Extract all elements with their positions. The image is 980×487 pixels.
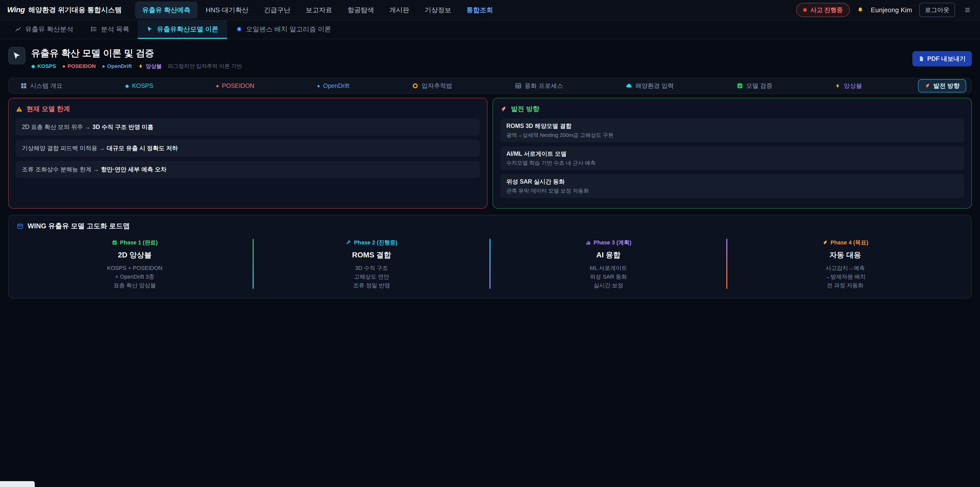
section-tab-label: 해양환경 입력	[635, 82, 674, 90]
current-model-limits-card: 현재 모델 한계 2D 표층 확산 모의 위주 →3D 수직 구조 반영 미흡 …	[8, 98, 487, 209]
menu-button[interactable]	[962, 5, 973, 15]
future-row: 위성 SAR 실시간 동화 관측 유막 데이터 모델 보정 자동화	[500, 174, 964, 198]
limit-text-bold: 3D 수직 구조 반영 미흡	[92, 124, 153, 130]
section-tab-future-direction[interactable]: 발전 방향	[918, 79, 966, 93]
check-square-icon	[112, 240, 118, 246]
future-row-desc: 수치모델 학습 기반 수초 내 근사 예측	[506, 160, 958, 166]
future-card-header: 발전 방향	[500, 104, 964, 113]
section-tab-particle-tracking[interactable]: 입자추적법	[405, 79, 459, 93]
phase-title: 자동 대응	[727, 250, 963, 260]
section-tab-label: OpenDrift	[323, 82, 349, 89]
particle-ring-icon	[412, 83, 418, 89]
section-tab-kosps[interactable]: ◆ KOSPS	[118, 80, 160, 92]
diamond-icon: ◆	[125, 83, 129, 88]
content-cards: 현재 모델 한계 2D 표층 확산 모의 위주 →3D 수직 구조 반영 미흡 …	[8, 98, 972, 209]
phase-title: 2D 앙상블	[17, 250, 253, 260]
notification-bell-button[interactable]	[857, 6, 864, 13]
section-tab-system-overview[interactable]: 시스템 개요	[14, 79, 69, 93]
cloud-icon	[626, 83, 632, 89]
tab-label: 유출유 확산분석	[25, 25, 73, 34]
phase-title: ROMS 결합	[254, 250, 490, 260]
nav-item-reports[interactable]: 보고자료	[299, 2, 339, 19]
phase-line: 3D 수직 구조	[254, 264, 490, 273]
roadmap-phase-4: Phase 4 (목표) 자동 대응 사고감지→예측 →방제자원 배치 전 과정…	[727, 238, 963, 290]
nav-item-integrated-search[interactable]: 통합조회	[460, 2, 500, 19]
phase-title: AI 융합	[490, 250, 726, 260]
limit-text: 기상해양 결합 피드백 미적용 →	[22, 145, 105, 152]
tab-label: 유출유확산모델 이론	[157, 25, 218, 34]
phase-line: 위성 SAR 동화	[490, 273, 726, 281]
section-tab-label: 모델 검증	[746, 82, 773, 90]
pdf-export-label: PDF 내보내기	[927, 55, 966, 63]
future-row-title: ROMS 3D 해양모델 결합	[506, 122, 958, 130]
badge-label: 앙상블	[146, 62, 162, 70]
roadmap-phase-2: Phase 2 (진행중) ROMS 결합 3D 수직 구조 고해상도 연안 조…	[254, 238, 490, 290]
top-navigation-bar: Wing 해양환경 위기대응 통합시스템 유출유 확산예측 HNS·대기확산 긴…	[0, 0, 980, 21]
pdf-export-button[interactable]: PDF 내보내기	[912, 51, 972, 66]
phase-line: 고해상도 연안	[254, 273, 490, 281]
phase-badge: Phase 1 (완료)	[17, 239, 253, 246]
tab-oil-fence-algorithm-theory[interactable]: 오일펜스 배치 알고리즘 이론	[227, 21, 340, 39]
incident-dot-icon	[803, 8, 807, 12]
badge-ensemble: 앙상블	[138, 62, 162, 70]
section-tab-label: 입자추적법	[422, 82, 452, 90]
nav-item-board[interactable]: 게시판	[382, 2, 417, 19]
tab-analysis-list[interactable]: 분석 목록	[82, 21, 138, 39]
browser-status-bubble	[0, 481, 35, 487]
phase-badge-label: Phase 1 (완료)	[120, 239, 158, 246]
brand: Wing 해양환경 위기대응 통합시스템	[7, 5, 122, 14]
phase-line: + OpenDrift 3종	[17, 273, 253, 281]
nav-item-weather-info[interactable]: 기상정보	[417, 2, 458, 19]
phase-line: 실시간 보정	[490, 281, 726, 290]
wing-logo: Wing	[7, 5, 25, 14]
nav-item-aerial-search[interactable]: 항공탐색	[340, 2, 381, 19]
future-direction-card: 발전 방향 ROMS 3D 해양모델 결합 광역→상세역 Nesting 200…	[493, 98, 972, 209]
document-icon	[918, 56, 924, 62]
page-header: 유출유 확산 모델 이론 및 검증 ◆ KOSPS ● POSEIDON ● O…	[0, 39, 980, 74]
page-title: 유출유 확산 모델 이론 및 검증	[31, 47, 242, 59]
logout-button[interactable]: 로그아웃	[919, 3, 955, 17]
phase-line: 전 과정 자동화	[727, 281, 963, 290]
app-root: Wing 해양환경 위기대응 통합시스템 유출유 확산예측 HNS·대기확산 긴…	[0, 0, 980, 487]
roadmap-phase-3: Phase 3 (계획) AI 융합 ML 서로게이트 위성 SAR 동화 실시…	[490, 238, 726, 290]
phase-line: KOSPS + POSEIDON	[17, 264, 253, 273]
pointer-icon	[146, 26, 153, 32]
badge-opendrift: ● OpenDrift	[102, 63, 132, 69]
section-tab-ensemble[interactable]: 앙상블	[829, 79, 869, 93]
badge-label: POSEIDON	[67, 63, 96, 69]
page-header-text: 유출유 확산 모델 이론 및 검증 ◆ KOSPS ● POSEIDON ● O…	[31, 47, 242, 70]
section-tab-model-validation[interactable]: 모델 검증	[730, 79, 779, 93]
tab-spill-model-theory[interactable]: 유출유확산모델 이론	[138, 21, 227, 39]
roadmap-phases: Phase 1 (완료) 2D 앙상블 KOSPS + POSEIDON + O…	[17, 238, 963, 290]
tab-spill-analysis[interactable]: 유출유 확산분석	[6, 21, 82, 39]
wrench-icon	[346, 240, 352, 246]
section-tab-label: KOSPS	[132, 82, 153, 89]
section-tab-weathering-process[interactable]: 풍화 프로세스	[508, 79, 570, 93]
model-badges: ◆ KOSPS ● POSEIDON ● OpenDrift 앙상블 라그랑지안…	[31, 62, 242, 70]
section-tab-opendrift[interactable]: ● OpenDrift	[310, 80, 356, 92]
blue-circle-icon	[236, 26, 242, 32]
tab-label: 분석 목록	[101, 25, 129, 34]
section-tab-label: 풍화 프로세스	[525, 82, 563, 90]
cursor-icon	[12, 51, 21, 60]
nav-item-emergency-rescue[interactable]: 긴급구난	[257, 2, 298, 19]
section-tab-ocean-environment-input[interactable]: 해양환경 입력	[619, 79, 681, 93]
nav-item-oil-spill-prediction[interactable]: 유출유 확산예측	[135, 2, 197, 19]
phase-line: 사고감지→예측	[727, 264, 963, 273]
section-tab-poseidon[interactable]: ● POSEIDON	[209, 80, 261, 92]
rocket-icon	[500, 106, 507, 112]
phase-badge: Phase 3 (계획)	[490, 239, 726, 246]
roadmap-card: WING 유출유 모델 고도화 로드맵 Phase 1 (완료) 2D 앙상블 …	[8, 215, 972, 299]
incident-status-badge[interactable]: 사고 진행중	[796, 3, 850, 17]
phase-line: 표층 확산 앙상블	[17, 281, 253, 290]
bar-chart-icon	[585, 240, 591, 246]
badge-label: KOSPS	[37, 63, 56, 69]
future-row: AI/ML 서로게이트 모델 수치모델 학습 기반 수초 내 근사 예측	[500, 146, 964, 170]
limit-row: 조류 조화상수 분해능 한계 →항만·연안 세부 예측 오차	[16, 161, 480, 178]
future-row-title: 위성 SAR 실시간 동화	[506, 178, 958, 186]
nav-item-hns-atmospheric[interactable]: HNS·대기확산	[199, 2, 256, 19]
future-row-desc: 광역→상세역 Nesting 200m급 고해상도 구현	[506, 131, 958, 139]
roadmap-phase-1: Phase 1 (완료) 2D 앙상블 KOSPS + POSEIDON + O…	[17, 238, 253, 290]
limit-text: 조류 조화상수 분해능 한계 →	[22, 166, 99, 172]
limit-text: 2D 표층 확산 모의 위주 →	[22, 124, 90, 130]
